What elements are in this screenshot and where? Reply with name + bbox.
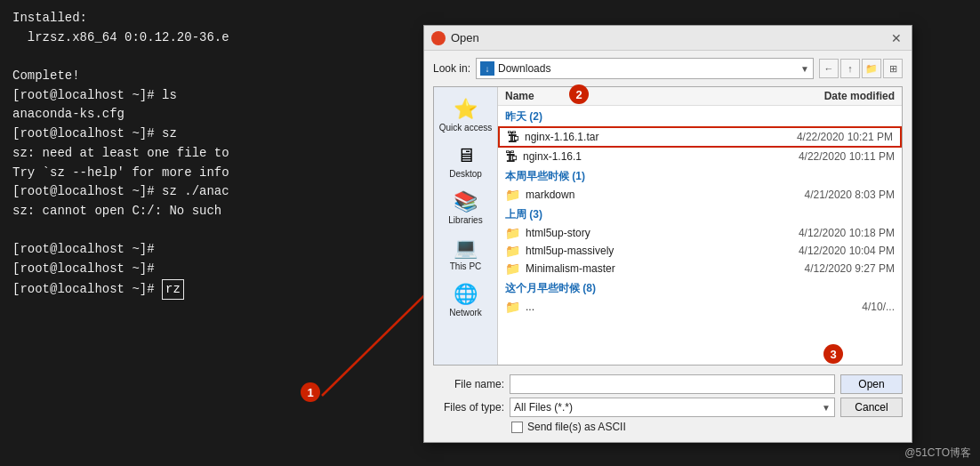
quick-access-icon: ⭐ [454,98,478,121]
nav-network-label: Network [449,308,482,318]
file-list-header: Name Date modified [498,87,902,106]
dialog-titlebar: Open ✕ [424,26,912,51]
nav-this-pc-label: This PC [450,261,482,272]
file-icon-older: 📁 [505,300,520,314]
files-of-type-value: All Files (*.*) [514,401,573,414]
column-name: Name [505,90,761,102]
files-of-type-arrow: ▼ [822,403,831,413]
file-name-html5up-massively: html5up-massively [526,245,756,257]
file-name-nginx: nginx-1.16.1 [523,150,756,163]
send-ascii-checkbox[interactable] [511,422,523,433]
file-name-older: ... [526,301,756,313]
file-date-nginx-tar: 4/22/2020 10:21 PM [759,131,893,143]
toolbar-row: Look in: ↓ Downloads ▼ ← ↑ 📁 ⊞ [433,56,903,81]
dialog-title-area: Open [431,31,479,45]
file-list: 昨天 (2) 🗜 nginx-1.16.1.tar 4/22/2020 10:2… [498,106,902,365]
files-of-type-row: Files of type: All Files (*.*) ▼ Cancel [433,398,903,417]
file-item-html5up-massively[interactable]: 📁 html5up-massively 4/12/2020 10:04 PM [498,242,902,260]
look-in-arrow-icon: ↓ [480,61,494,76]
rz-command: rz [162,279,184,301]
group-label-this-month: 这个月早些时候 (8) [498,277,902,298]
back-button[interactable]: ← [819,59,839,78]
file-name-markdown: markdown [526,189,756,201]
nav-desktop[interactable]: 🖥 Desktop [436,141,496,183]
dialog-body: Look in: ↓ Downloads ▼ ← ↑ 📁 ⊞ ⭐ Quick a… [424,51,912,442]
send-ascii-label: Send file(s) as ASCII [527,421,626,433]
badge-2: 2 [569,84,589,104]
bottom-section: File name: Open Files of type: All Files… [433,374,903,433]
nav-libraries-label: Libraries [448,215,482,226]
content-area: ⭐ Quick access 🖥 Desktop 📚 Libraries 💻 T… [433,86,903,366]
look-in-label: Look in: [433,62,470,75]
file-icon-markdown: 📁 [505,188,520,202]
nav-panel: ⭐ Quick access 🖥 Desktop 📚 Libraries 💻 T… [434,87,498,365]
group-label-last-week: 上周 (3) [498,204,902,224]
nav-network[interactable]: 🌐 Network [436,279,496,322]
file-date-minimalism: 4/12/2020 9:27 PM [761,262,895,275]
file-name-row: File name: Open [433,374,903,394]
file-name-nginx-tar: nginx-1.16.1.tar [525,131,754,143]
look-in-value: Downloads [498,62,797,75]
up-button[interactable]: ↑ [840,59,860,78]
nav-libraries[interactable]: 📚 Libraries [436,187,496,229]
nav-this-pc[interactable]: 💻 This PC [436,233,496,276]
file-item-markdown[interactable]: 📁 markdown 4/21/2020 8:03 PM [498,186,902,204]
look-in-dropdown-arrow: ▼ [800,64,809,74]
file-icon-nginx-tar: 🗜 [507,130,519,144]
column-date: Date modified [761,90,895,102]
nav-quick-access[interactable]: ⭐ Quick access [436,94,496,137]
file-icon-nginx: 🗜 [505,149,518,164]
file-icon-html5up-story: 📁 [505,226,520,240]
watermark: @51CTO博客 [904,446,971,461]
open-dialog: Open ✕ Look in: ↓ Downloads ▼ ← ↑ 📁 ⊞ [423,25,912,443]
file-name-input[interactable] [510,374,835,394]
nav-quick-access-label: Quick access [439,123,492,133]
file-item-minimalism[interactable]: 📁 Minimalism-master 4/12/2020 9:27 PM [498,260,902,277]
file-name-label: File name: [433,378,504,390]
this-pc-icon: 💻 [454,237,478,260]
file-icon-html5up-massively: 📁 [505,244,520,258]
file-list-area: Name Date modified 昨天 (2) 🗜 nginx-1.16.1… [498,87,902,365]
dialog-title-text: Open [451,31,479,44]
file-item-nginx[interactable]: 🗜 nginx-1.16.1 4/22/2020 10:11 PM [498,148,902,165]
file-date-html5up-story: 4/12/2020 10:18 PM [761,227,895,239]
file-date-older: 4/10/... [761,301,895,313]
nav-desktop-label: Desktop [449,169,482,180]
view-button[interactable]: ⊞ [883,59,903,78]
file-date-nginx: 4/22/2020 10:11 PM [761,150,895,163]
files-of-type-label: Files of type: [433,401,504,414]
file-date-markdown: 4/21/2020 8:03 PM [761,189,895,201]
file-name-minimalism: Minimalism-master [526,262,756,275]
badge-3: 3 [823,344,843,364]
badge-1: 1 [301,382,320,402]
file-item-html5up-story[interactable]: 📁 html5up-story 4/12/2020 10:18 PM [498,224,902,242]
group-label-yesterday: 昨天 (2) [498,106,902,126]
files-of-type-combo[interactable]: All Files (*.*) ▼ [510,398,835,417]
toolbar-icons: ← ↑ 📁 ⊞ [819,59,903,78]
network-icon: 🌐 [454,283,478,306]
file-date-html5up-massively: 4/12/2020 10:04 PM [761,245,895,257]
desktop-icon: 🖥 [456,144,476,167]
file-item-older[interactable]: 📁 ... 4/10/... [498,298,902,316]
file-icon-minimalism: 📁 [505,261,520,276]
file-item-nginx-tar[interactable]: 🗜 nginx-1.16.1.tar 4/22/2020 10:21 PM [498,126,902,148]
file-name-html5up-story: html5up-story [526,227,756,239]
close-button[interactable]: ✕ [888,30,904,46]
libraries-icon: 📚 [454,190,478,213]
cancel-button[interactable]: Cancel [840,398,903,417]
dialog-title-icon [431,31,446,45]
checkbox-row: Send file(s) as ASCII [433,421,903,433]
look-in-combo[interactable]: ↓ Downloads ▼ [476,58,814,79]
group-label-this-week: 本周早些时候 (1) [498,165,902,186]
new-folder-button[interactable]: 📁 [862,59,881,78]
open-button[interactable]: Open [840,374,903,394]
